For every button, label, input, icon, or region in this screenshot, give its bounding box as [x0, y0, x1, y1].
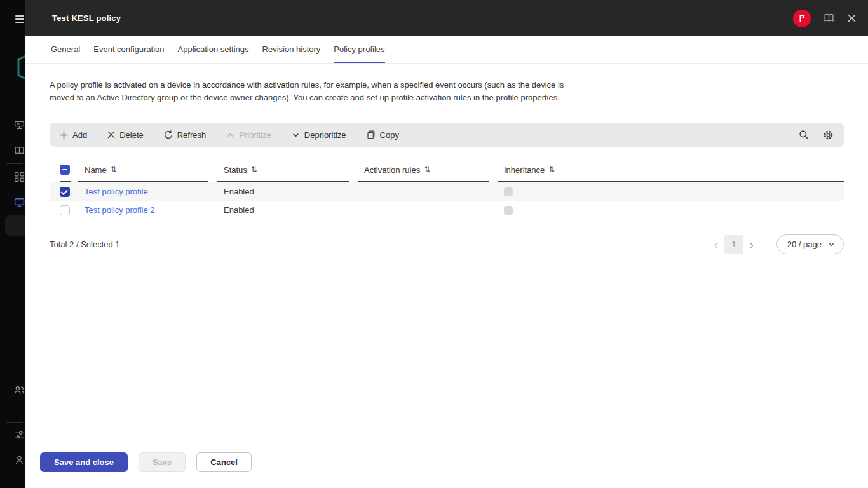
profile-name-link[interactable]: Test policy profile 2: [85, 205, 155, 215]
tab-application-settings[interactable]: Application settings: [178, 36, 249, 63]
refresh-button[interactable]: Refresh: [164, 130, 207, 140]
copy-button[interactable]: Copy: [367, 130, 399, 140]
dashboard-grid-icon[interactable]: [14, 172, 25, 182]
add-button[interactable]: Add: [60, 130, 87, 140]
copy-icon: [367, 130, 376, 139]
profile-name-link[interactable]: Test policy profile: [85, 187, 148, 196]
tab-policy-profiles[interactable]: Policy profiles: [334, 36, 384, 63]
select-all-checkbox[interactable]: [60, 165, 70, 175]
deprioritize-button[interactable]: Deprioritize: [292, 130, 346, 140]
delete-button[interactable]: Delete: [107, 130, 144, 140]
profiles-description: A policy profile is activated on a devic…: [50, 79, 844, 104]
column-header-name[interactable]: Name ⇅: [78, 161, 208, 182]
table-row[interactable]: Test policy profile 2 Enabled: [50, 201, 844, 219]
tab-general[interactable]: General: [51, 36, 80, 63]
table-footer: Total 2 / Selected 1 ‹ 1 › 20 / page: [50, 234, 844, 254]
sort-icon[interactable]: ⇅: [424, 165, 430, 174]
next-page-icon[interactable]: ›: [743, 239, 760, 250]
table-row[interactable]: Test policy profile Enabled: [50, 182, 844, 201]
save-button[interactable]: Save: [139, 452, 186, 472]
dialog-actions: Save and close Save Cancel: [40, 452, 252, 472]
sort-icon[interactable]: ⇅: [251, 165, 257, 174]
prev-page-icon[interactable]: ‹: [708, 239, 724, 250]
inheritance-checkbox: [504, 206, 513, 215]
table-header: Name ⇅ Status ⇅ Activation rules ⇅ Inher…: [50, 161, 844, 182]
description-line-1: A policy profile is activated on a devic…: [50, 79, 844, 92]
help-book-icon[interactable]: [823, 13, 835, 24]
column-header-status[interactable]: Status ⇅: [217, 161, 349, 182]
row-checkbox[interactable]: [60, 187, 70, 197]
inheritance-checkbox: [504, 187, 513, 196]
refresh-icon: [164, 130, 173, 139]
page-number-button[interactable]: 1: [724, 235, 743, 254]
cancel-button[interactable]: Cancel: [196, 452, 252, 472]
chevron-up-icon: [226, 131, 234, 139]
sort-icon[interactable]: ⇅: [111, 165, 117, 174]
app-sidebar: [0, 0, 25, 488]
dialog-title: Test KESL policy: [52, 13, 121, 23]
hamburger-menu-icon[interactable]: [15, 15, 24, 25]
profiles-toolbar: Add Delete Refresh Prioritize: [50, 123, 844, 147]
chevron-down-icon: [828, 241, 835, 248]
search-icon[interactable]: [799, 130, 810, 140]
profile-status: Enabled: [217, 187, 358, 196]
sidebar-active-item[interactable]: [5, 215, 25, 236]
policy-tabs: General Event configuration Application …: [25, 36, 868, 64]
plus-icon: [60, 131, 68, 139]
policy-dialog-panel: Test KESL policy General Event configura…: [25, 0, 868, 488]
tab-revision-history[interactable]: Revision history: [262, 36, 321, 63]
prioritize-button[interactable]: Prioritize: [226, 130, 271, 140]
settings-gear-icon[interactable]: [823, 130, 834, 140]
devices-monitor-icon[interactable]: [14, 197, 25, 208]
cross-icon: [107, 131, 115, 139]
selection-summary: Total 2 / Selected 1: [50, 240, 120, 249]
sort-icon[interactable]: ⇅: [548, 165, 555, 174]
row-checkbox[interactable]: [60, 205, 70, 215]
chevron-down-icon: [292, 131, 300, 139]
description-line-2: moved to an Active Directory group or th…: [50, 92, 844, 104]
column-header-inheritance[interactable]: Inheritance ⇅: [498, 161, 844, 182]
sidebar-divider: [6, 422, 23, 423]
kaspersky-logo-icon: [17, 53, 25, 81]
console-settings-sliders-icon[interactable]: [14, 430, 25, 440]
pagination: ‹ 1 › 20 / page: [708, 234, 844, 254]
close-icon[interactable]: [847, 13, 857, 23]
administration-server-icon[interactable]: [14, 119, 25, 130]
page-size-select[interactable]: 20 / page: [776, 234, 844, 254]
kaspersky-flag-badge-icon[interactable]: [793, 10, 811, 27]
dialog-titlebar: Test KESL policy: [25, 0, 868, 36]
save-and-close-button[interactable]: Save and close: [40, 452, 128, 472]
users-icon[interactable]: [14, 385, 25, 396]
library-book-icon[interactable]: [14, 146, 25, 156]
account-person-icon[interactable]: [14, 455, 25, 466]
tab-event-configuration[interactable]: Event configuration: [93, 36, 164, 63]
column-header-activation-rules[interactable]: Activation rules ⇅: [358, 161, 489, 182]
sidebar-divider: [6, 163, 23, 164]
profile-status: Enabled: [217, 205, 358, 215]
